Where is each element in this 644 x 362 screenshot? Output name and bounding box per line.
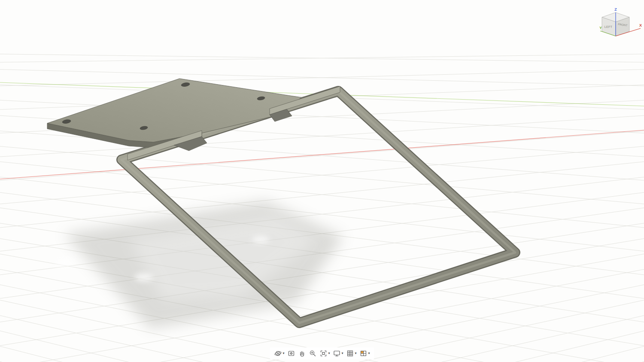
z-axis-label: Z [614,7,617,12]
dropdown-caret[interactable]: ▾ [283,352,284,355]
navigation-toolbar: ▾ [270,347,374,359]
view-cube-left-label: LEFT [605,25,613,29]
x-axis-label: X [639,23,642,27]
dropdown-caret[interactable]: ▾ [328,352,330,355]
display-settings-button[interactable]: ▾ [332,348,344,359]
display-settings-icon [333,350,340,357]
zoom-icon [309,350,316,357]
pan-button[interactable] [297,348,307,359]
fit-button[interactable]: ▾ [319,348,331,359]
orbit-button[interactable]: ▾ [273,348,285,359]
zoom-button[interactable] [308,348,317,359]
dropdown-caret[interactable]: ▾ [341,352,343,355]
model-shadow [55,201,343,329]
look-at-icon [287,350,295,357]
grid-and-snaps-button[interactable]: ▾ [346,348,358,359]
dropdown-caret[interactable]: ▾ [368,352,370,355]
viewport[interactable]: LEFT FRONT Z X Y ▾ [0,0,644,362]
look-at-button[interactable] [286,348,296,359]
viewports-icon [360,350,368,357]
y-axis-label: Y [599,26,602,30]
fit-icon [319,350,327,357]
scene-canvas[interactable] [0,0,644,362]
viewports-button[interactable]: ▾ [359,348,371,359]
view-cube[interactable]: LEFT FRONT Z X Y [598,7,643,48]
grid-and-snaps-icon [346,350,354,357]
pan-icon [298,350,306,357]
dropdown-caret[interactable]: ▾ [355,352,357,355]
orbit-icon [274,350,282,357]
